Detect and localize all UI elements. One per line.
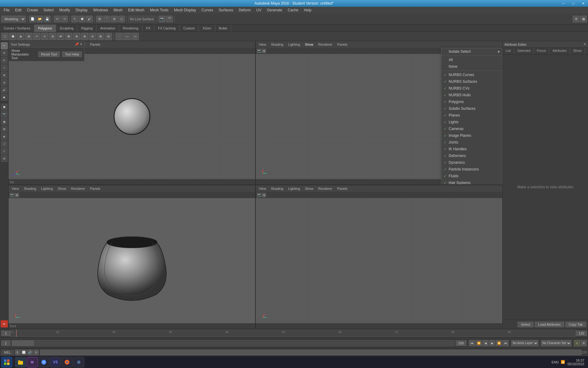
open-file-icon[interactable]: 📂: [36, 16, 43, 22]
script-speaker-btn[interactable]: 🔊: [27, 350, 33, 355]
tool-settings-pin[interactable]: 📌: [75, 42, 79, 46]
extrude-icon[interactable]: ⬡: [1, 33, 9, 40]
timeline-area[interactable]: 1 10 20 30 40 50 60 70 80 90: [10, 330, 576, 337]
tab-fx-caching[interactable]: FX Caching: [154, 25, 179, 32]
tool-settings-close[interactable]: ✕: [80, 42, 82, 46]
script-s-btn[interactable]: S.: [15, 350, 21, 355]
show-menu-lights[interactable]: ✓ Lights: [441, 119, 502, 125]
script-display-btn[interactable]: ⬜: [21, 350, 27, 355]
bridge-icon[interactable]: ⬢: [9, 33, 17, 40]
attr-tab-show[interactable]: Show: [570, 48, 585, 54]
vp-tl-canvas[interactable]: [9, 54, 255, 179]
undo-icon[interactable]: ↩: [54, 16, 61, 22]
copy-tab-btn[interactable]: Copy Tab: [565, 322, 586, 327]
vp-bl-canvas[interactable]: [9, 198, 255, 323]
attr-editor-close[interactable]: ✕: [583, 42, 586, 46]
attr-tab-list[interactable]: List: [503, 48, 514, 54]
move-tool-btn[interactable]: ✛: [1, 50, 8, 56]
menu-windows[interactable]: Windows: [91, 7, 111, 13]
extra-btn[interactable]: ⚙: [73, 357, 84, 367]
bevel-btn[interactable]: ◊: [1, 148, 8, 155]
vp-br-canvas[interactable]: [256, 198, 502, 323]
timeline-range[interactable]: [12, 340, 454, 346]
show-manip-btn[interactable]: ◆: [1, 94, 8, 101]
lasso-select-btn[interactable]: ⬟: [1, 104, 8, 110]
show-menu-nurbs-hulls[interactable]: ✓ NURBS Hulls: [441, 92, 502, 98]
tab-animation[interactable]: Animation: [96, 25, 119, 32]
mel-input[interactable]: [40, 350, 581, 355]
show-menu-subdiv[interactable]: ✓ Subdiv Surfaces: [441, 105, 502, 112]
attr-tab-attributes[interactable]: Attributes: [549, 48, 570, 54]
mirror-icon[interactable]: ⊟: [105, 33, 112, 40]
menu-display[interactable]: Display: [73, 7, 90, 13]
multi-cut-icon[interactable]: ⊘: [89, 33, 96, 40]
vp-br-lighting[interactable]: Lighting: [287, 186, 301, 191]
go-end-btn[interactable]: ⏭: [503, 340, 509, 346]
show-menu-cameras[interactable]: ✓ Cameras: [441, 125, 502, 132]
menu-mesh[interactable]: Mesh: [111, 7, 125, 13]
play-back-btn[interactable]: ◀: [482, 340, 488, 346]
redo-icon[interactable]: ↪: [61, 16, 68, 22]
show-menu-image-planes[interactable]: ✓ Image Planes: [441, 132, 502, 139]
auto-key-btn[interactable]: ⊙: [574, 340, 580, 346]
vp-br-camera-icon[interactable]: 📷: [257, 193, 261, 197]
camera-icon[interactable]: 📷: [159, 16, 165, 22]
attr-tab-focus[interactable]: Focus: [534, 48, 549, 54]
merge-btn[interactable]: ⊛: [1, 155, 8, 162]
show-menu-dynamics[interactable]: ✓ Dynamics: [441, 159, 502, 166]
step-back-btn[interactable]: ⏪: [476, 340, 482, 346]
tab-rendering[interactable]: Rendering: [119, 25, 142, 32]
script-editor-tab[interactable]: MEL: [1, 350, 14, 355]
show-menu-all[interactable]: All: [441, 56, 502, 63]
select-vertices-icon[interactable]: ·: [115, 33, 123, 40]
vp-bl-panels[interactable]: Panels: [89, 186, 102, 191]
connect-btn[interactable]: ⊞: [1, 126, 8, 132]
layout-icon[interactable]: ▦: [580, 16, 587, 22]
vp-br-view[interactable]: View: [258, 186, 267, 191]
camera-btn[interactable]: 📷: [1, 111, 8, 118]
show-menu-fluids[interactable]: ✓ Fluids: [441, 173, 502, 179]
play-fwd-btn[interactable]: ⏩: [496, 340, 502, 346]
viewport-bottom-right[interactable]: View Shading Lighting Show Renderer Pane…: [256, 185, 502, 329]
new-file-icon[interactable]: 📄: [29, 16, 36, 22]
vp-tl-panels[interactable]: Panels: [89, 42, 102, 47]
snap-point-icon[interactable]: ⊕: [111, 16, 118, 22]
slide-icon[interactable]: ⇄: [57, 33, 64, 40]
merge-icon[interactable]: ⊞: [25, 33, 32, 40]
viewport-bottom-left[interactable]: View Shading Lighting Show Renderer Pane…: [9, 185, 255, 329]
select-btn[interactable]: Select: [518, 322, 534, 327]
viewport-top-right[interactable]: View Shading Lighting Show Renderer Pane…: [256, 41, 502, 185]
menu-cache[interactable]: Cache: [285, 7, 301, 13]
show-menu-hair-systems[interactable]: ✓ Hair Systems: [441, 179, 502, 185]
menu-edit-mesh[interactable]: Edit Mesh: [126, 7, 147, 13]
attr-tab-help[interactable]: Help: [585, 48, 588, 54]
connect-icon[interactable]: ⊕: [73, 33, 80, 40]
extrude-btn[interactable]: ⬡: [1, 140, 8, 147]
maya-taskbar-btn[interactable]: M: [27, 357, 38, 367]
go-start-btn[interactable]: ⏮: [469, 340, 475, 346]
tab-fx[interactable]: FX: [142, 25, 154, 32]
load-attributes-btn[interactable]: Load Attributes: [535, 322, 564, 327]
paint-select-icon[interactable]: 🖌: [86, 16, 93, 22]
vp-br-grid-icon[interactable]: ⊞: [262, 193, 266, 197]
menu-surfaces[interactable]: Surfaces: [216, 7, 236, 13]
menu-deform[interactable]: Deform: [236, 7, 253, 13]
snap-grid-icon[interactable]: ⊞: [96, 16, 103, 22]
vp-br-renderer[interactable]: Renderer: [317, 186, 334, 191]
vp-bl-renderer[interactable]: Renderer: [70, 186, 86, 191]
universal-manip-btn[interactable]: ⊕: [1, 72, 8, 79]
lasso-icon[interactable]: ⬟: [79, 16, 85, 22]
show-menu-nurbs-surfaces[interactable]: ✓ NURBS Surfaces: [441, 78, 502, 85]
character-set-select[interactable]: No Character Set: [541, 340, 571, 346]
range-end-input[interactable]: [456, 340, 466, 346]
play-btn[interactable]: ▶: [489, 340, 495, 346]
vp-br-panels[interactable]: Panels: [336, 186, 349, 191]
vp-br-shading[interactable]: Shading: [270, 186, 285, 191]
render-icon[interactable]: 🎬: [166, 16, 173, 22]
menu-modify[interactable]: Modify: [57, 7, 72, 13]
vp-tr-lighting[interactable]: Lighting: [287, 42, 301, 47]
vp-tr-show[interactable]: Show: [304, 42, 315, 47]
tab-custom[interactable]: Custom: [180, 25, 199, 32]
vp-bl-grid-icon[interactable]: ⊞: [15, 193, 19, 197]
vp-bl-show[interactable]: Show: [57, 186, 68, 191]
